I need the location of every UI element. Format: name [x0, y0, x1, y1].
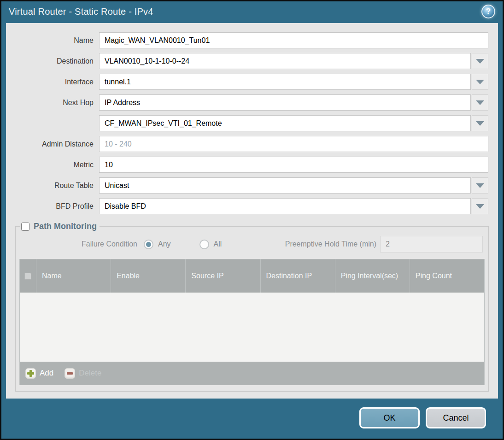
- bfd-profile-label: BFD Profile: [16, 202, 99, 211]
- radio-any-label: Any: [158, 240, 171, 248]
- route-table-label: Route Table: [16, 182, 99, 190]
- chevron-down-icon: [476, 100, 484, 105]
- field-row-name: Name: [16, 32, 488, 48]
- chevron-down-icon: [476, 80, 484, 84]
- table-header-checkbox-cell: [20, 259, 36, 293]
- failure-condition-row: Failure Condition Any All Preemptive Hol…: [21, 236, 483, 252]
- table-body-empty: [20, 293, 484, 362]
- path-monitoring-section: Path Monitoring Failure Condition Any Al…: [15, 222, 489, 392]
- interface-value[interactable]: tunnel.1: [99, 74, 471, 90]
- destination-label: Destination: [16, 57, 99, 65]
- column-header-name: Name: [36, 259, 111, 293]
- admin-distance-input[interactable]: [99, 136, 488, 152]
- next-hop-label: Next Hop: [16, 99, 99, 107]
- delete-button-label: Delete: [79, 369, 101, 378]
- next-hop-type-value[interactable]: IP Address: [99, 94, 471, 111]
- preemptive-hold-time-label: Preemptive Hold Time (min): [285, 240, 380, 248]
- route-table-value[interactable]: Unicast: [99, 177, 471, 194]
- bfd-profile-dropdown-button[interactable]: [472, 198, 488, 214]
- field-row-next-hop-address: CF_MWAN_IPsec_VTI_01_Remote: [16, 115, 488, 131]
- bfd-profile-value[interactable]: Disable BFD: [99, 198, 471, 214]
- failure-condition-label: Failure Condition: [21, 240, 144, 248]
- destination-value[interactable]: VLAN0010_10-1-10-0--24: [99, 53, 471, 69]
- column-header-source-ip: Source IP: [186, 259, 260, 293]
- radio-any-group: Any: [144, 240, 187, 249]
- column-header-ping-count: Ping Count: [410, 259, 484, 293]
- field-row-destination: Destination VLAN0010_10-1-10-0--24: [16, 53, 488, 69]
- radio-all-group: All: [199, 240, 238, 249]
- bfd-profile-combo[interactable]: Disable BFD: [99, 198, 488, 214]
- route-table-combo[interactable]: Unicast: [99, 177, 488, 194]
- interface-combo[interactable]: tunnel.1: [99, 74, 488, 90]
- next-hop-address-value[interactable]: CF_MWAN_IPsec_VTI_01_Remote: [99, 115, 471, 131]
- field-row-metric: Metric: [16, 157, 488, 173]
- chevron-down-icon: [476, 59, 484, 64]
- dialog-footer: OK Cancel: [3, 399, 501, 437]
- static-route-dialog: Virtual Router - Static Route - IPv4 ? N…: [1, 1, 503, 439]
- field-row-interface: Interface tunnel.1: [16, 74, 488, 90]
- next-hop-type-dropdown-button[interactable]: [472, 94, 488, 111]
- radio-all: [199, 240, 209, 249]
- add-button[interactable]: Add: [25, 368, 53, 379]
- next-hop-address-combo[interactable]: CF_MWAN_IPsec_VTI_01_Remote: [99, 115, 488, 131]
- column-header-destination-ip: Destination IP: [261, 259, 335, 293]
- chevron-down-icon: [476, 204, 484, 209]
- interface-label: Interface: [16, 78, 99, 86]
- route-table-dropdown-button[interactable]: [472, 177, 488, 194]
- delete-button: Delete: [64, 368, 101, 379]
- name-label: Name: [16, 36, 99, 45]
- radio-all-label: All: [214, 240, 222, 248]
- radio-any: [144, 240, 153, 249]
- column-header-enable: Enable: [111, 259, 186, 293]
- dialog-content: Name Destination VLAN0010_10-1-10-0--24 …: [6, 23, 498, 399]
- destination-combo[interactable]: VLAN0010_10-1-10-0--24: [99, 53, 488, 69]
- metric-input[interactable]: [99, 157, 488, 173]
- path-monitoring-table: Name Enable Source IP Destination IP Pin…: [19, 259, 485, 385]
- admin-distance-label: Admin Distance: [16, 140, 99, 148]
- minus-icon: [64, 368, 75, 379]
- cancel-button[interactable]: Cancel: [426, 407, 486, 428]
- destination-dropdown-button[interactable]: [472, 53, 488, 69]
- field-row-next-hop: Next Hop IP Address: [16, 94, 488, 111]
- column-header-ping-interval: Ping Interval(sec): [335, 259, 410, 293]
- next-hop-type-combo[interactable]: IP Address: [99, 94, 488, 111]
- title-bar: Virtual Router - Static Route - IPv4 ?: [1, 1, 503, 22]
- help-icon[interactable]: ?: [481, 5, 495, 18]
- dialog-title: Virtual Router - Static Route - IPv4: [9, 6, 153, 17]
- path-monitoring-legend: Path Monitoring: [20, 222, 100, 231]
- field-row-admin-distance: Admin Distance: [16, 136, 488, 152]
- field-row-bfd-profile: BFD Profile Disable BFD: [16, 198, 488, 214]
- preemptive-hold-time-input: [380, 236, 483, 252]
- metric-label: Metric: [16, 161, 99, 169]
- chevron-down-icon: [476, 183, 484, 188]
- ok-button[interactable]: OK: [359, 407, 420, 428]
- name-input[interactable]: [99, 32, 488, 48]
- add-button-label: Add: [40, 369, 53, 378]
- interface-dropdown-button[interactable]: [472, 74, 488, 90]
- field-row-route-table: Route Table Unicast: [16, 177, 488, 194]
- path-monitoring-checkbox[interactable]: [21, 223, 29, 231]
- plus-icon: [25, 368, 36, 379]
- table-header-row: Name Enable Source IP Destination IP Pin…: [20, 259, 484, 293]
- chevron-down-icon: [476, 121, 484, 126]
- table-toolbar: Add Delete: [20, 362, 484, 385]
- path-monitoring-title: Path Monitoring: [34, 222, 97, 231]
- select-all-checkbox: [24, 273, 31, 280]
- next-hop-address-dropdown-button[interactable]: [472, 115, 488, 131]
